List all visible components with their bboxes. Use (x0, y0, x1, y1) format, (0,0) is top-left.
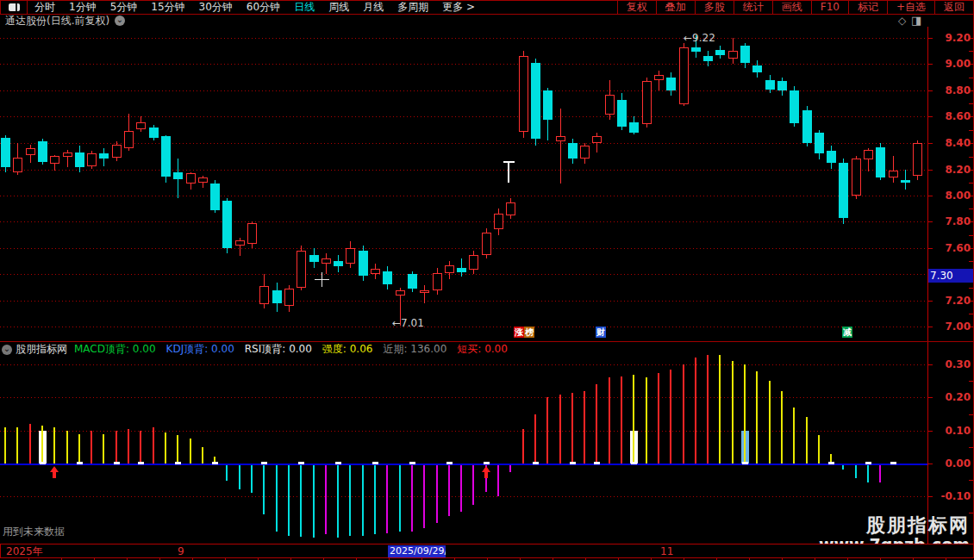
indicator-bar (781, 391, 783, 464)
candle (50, 156, 59, 164)
axis-tick (969, 208, 973, 209)
buy-arrow-icon (484, 472, 488, 478)
zero-dash (828, 462, 834, 464)
indicator-bar (239, 465, 240, 489)
y-axis-label: 8.20 (931, 164, 971, 176)
candle (173, 172, 183, 179)
indicator-bar (534, 414, 536, 464)
indicator-bar (546, 397, 548, 464)
indicator-bar (251, 465, 253, 493)
chevron-down-icon[interactable] (2, 345, 12, 355)
indicator-bar (177, 435, 178, 464)
zero-dash (594, 462, 600, 464)
indicator-bar (399, 465, 401, 532)
indicator-bar (867, 465, 869, 482)
zero-dash (890, 462, 896, 464)
y-axis-label: 9.20 (931, 32, 971, 44)
candle (297, 251, 306, 288)
candle (629, 122, 639, 133)
indicator-bar (153, 427, 154, 464)
buy-arrow-icon (53, 472, 56, 478)
candle (506, 202, 515, 215)
indicator-bar (609, 377, 610, 464)
candle (752, 65, 762, 72)
grid-line (0, 248, 927, 249)
candle (839, 163, 848, 218)
indicator-bar (670, 370, 671, 464)
candle-wick (424, 285, 425, 303)
axis-tick (969, 513, 973, 513)
candle (396, 290, 405, 296)
axis-tick (969, 414, 973, 415)
main-axis-line (927, 27, 928, 544)
axis-tick (969, 381, 973, 382)
event-badge[interactable]: 涨 (514, 327, 524, 338)
indicator-bar (116, 431, 117, 464)
candle (136, 122, 146, 129)
axis-tick (969, 130, 973, 131)
candle (913, 143, 922, 176)
candle-wick (659, 71, 659, 90)
date-axis[interactable]: 2025年 911 2025/09/29/— (0, 544, 974, 558)
indicator-bar (842, 465, 844, 470)
axis-tick (969, 480, 973, 481)
indicator-field: KDJ顶背: 0.00 (166, 342, 234, 357)
y-axis-label: 7.60 (931, 242, 971, 254)
zero-dash (212, 462, 218, 464)
month-label: 11 (660, 545, 673, 557)
indicator-bar (190, 439, 191, 464)
indicator-bar (374, 465, 376, 534)
event-badge[interactable]: 榜 (524, 327, 534, 338)
indicator-bar (658, 373, 659, 464)
indicator-bar (325, 465, 327, 534)
indicator-bar (436, 465, 438, 523)
candle (210, 184, 220, 210)
indicator-bar (732, 361, 734, 464)
candle (852, 159, 861, 196)
zero-dash (446, 462, 453, 464)
candle (13, 158, 22, 172)
indicator-bar (78, 434, 80, 464)
candle (901, 180, 910, 183)
grid-line (0, 221, 927, 222)
zero-dash (570, 462, 576, 464)
candle (124, 131, 134, 148)
grid-line (0, 196, 927, 196)
event-badge[interactable]: 财 (596, 327, 606, 338)
indicator-bar (707, 355, 709, 464)
candle-wick (326, 253, 327, 274)
y-axis-label: 8.60 (931, 110, 971, 122)
candle (359, 251, 368, 276)
indicator-bar (276, 465, 278, 532)
indicator-bar (744, 364, 746, 464)
indicator-bar (448, 465, 450, 516)
candle-wick (560, 109, 561, 184)
indicator-bar (855, 465, 857, 478)
indicator-values: MACD顶背: 0.00KDJ顶背: 0.00RSI顶背: 0.00强度: 0.… (74, 342, 518, 357)
candle (642, 81, 652, 124)
candle (63, 152, 72, 157)
candle (617, 100, 627, 127)
indicator-bar (313, 465, 315, 538)
indicator-bar (695, 358, 696, 464)
year-label: 2025年 (6, 545, 43, 557)
zero-dash (261, 462, 267, 464)
indicator-bar (165, 432, 166, 464)
candle (568, 143, 578, 159)
axis-tick (969, 103, 973, 104)
crosshair-v (322, 272, 322, 287)
candle (703, 56, 713, 61)
y-axis-label: 7.00 (931, 320, 971, 333)
grid-line (0, 64, 927, 65)
candle (815, 133, 824, 153)
candle (827, 151, 836, 163)
tdx-window: 分时1分钟5分钟15分钟30分钟60分钟日线周线月线多周期更多 > 复权叠加多股… (0, 0, 974, 560)
candle (666, 78, 676, 90)
candle (247, 223, 257, 244)
candle (691, 47, 701, 52)
candle (605, 95, 615, 115)
candle (543, 90, 553, 120)
candle (519, 56, 528, 132)
event-badge[interactable]: 减 (842, 327, 852, 338)
y-axis-label: -0.10 (931, 490, 971, 502)
